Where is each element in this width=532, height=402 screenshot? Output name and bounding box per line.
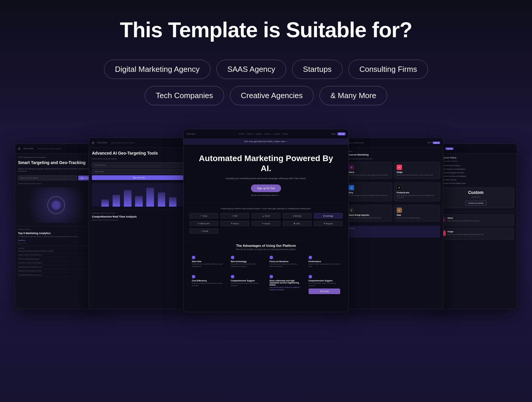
right-heading: -Powered Marketing xyxy=(346,153,440,156)
fr-feature-4: ✓ Advanced Security and Compliance xyxy=(438,174,514,178)
logo-vercel: ▲Vercel xyxy=(252,213,280,218)
logo-runway: →runway xyxy=(189,228,218,234)
center-enterprise-link[interactable]: Book an enterprise demo → xyxy=(195,194,337,197)
cl-s2-label: Comprehensive Real Time Analysis xyxy=(92,212,186,214)
blog-read-more[interactable]: Read More xyxy=(18,239,94,241)
logo-arc: ◐ARC xyxy=(283,221,312,226)
tag-digital-marketing[interactable]: Digital Marketing Agency xyxy=(104,60,210,79)
tag-many-more[interactable]: & Many More xyxy=(319,86,387,105)
page-wrapper: This Template is Suitable for? Digital M… xyxy=(0,0,532,402)
blog-item-3: Top Tools for Marketing Analytics xyxy=(18,257,94,261)
adv-save-time: Save time Streamline your marketing effo… xyxy=(189,253,226,270)
fr-custom-title: Custom xyxy=(440,190,511,195)
fr-int-hotjar: H Hotjar Report issue with Hotjar platfo… xyxy=(438,228,514,240)
tags-container: Digital Marketing Agency SAAS Agency Sta… xyxy=(0,60,532,105)
fr-contact-btn[interactable]: Contact us to pricing xyxy=(465,201,486,205)
fr-feature-1: ✓ All Business Plan Features xyxy=(438,164,514,167)
card-far-right: Sign In Sign up Enterprise Plans Custom … xyxy=(434,144,517,309)
tags-row-1: Digital Marketing Agency SAAS Agency Sta… xyxy=(104,60,428,79)
center-banner: Join now get discount 20% | Claim now → xyxy=(184,139,348,145)
int-slab: S Slab Build a culture of knowledge shar… xyxy=(394,205,440,222)
center-hero-sub: Simplify your marketing tools and boost … xyxy=(195,177,337,180)
fr-feature-2: ✓ Custom Solutions and Integrations xyxy=(438,167,514,171)
adv-support: Drive uniformity and high standards acro… xyxy=(267,273,304,296)
fr-custom-sub: Starting price xyxy=(440,196,511,198)
blog-item-6: Building a Strong Company Culture: xyxy=(18,269,94,273)
blog-item-5: Getting Started with Click Stack: A S... xyxy=(18,265,94,269)
logo-cashapp: $Cash App xyxy=(314,213,343,218)
fr-feature-6: ✓ Dedicated Technical Support Team xyxy=(438,181,514,185)
cl-sub: Smart tools for advanced targeting xyxy=(92,158,186,160)
blog-item-7: Troubleshooting Common Issues in I... xyxy=(18,273,94,277)
left-card-tag: Smart Targeting and Geo-Tracking xyxy=(18,156,94,158)
card-right: Features Company Pricing Sign In Sign up… xyxy=(343,138,443,309)
card-center-left: Click Stack Product Platform Solutions F… xyxy=(89,138,189,309)
try-it-now-btn[interactable]: Try it now xyxy=(309,288,340,294)
int-slack: S Slack Use Click Stack issues from Slac… xyxy=(346,162,392,179)
blog-date: August 23, 2024 xyxy=(18,242,94,244)
center-powering-text: Powering the world's best product teams.… xyxy=(189,207,343,210)
adv-try: Comprehensive Support Access dedicated s… xyxy=(306,273,343,296)
int-productlane: P ProductLane Public roadmap, call recor… xyxy=(394,182,440,201)
tag-startups[interactable]: Startups xyxy=(292,60,343,79)
tag-consulting-firms[interactable]: Consulting Firms xyxy=(348,60,428,79)
cl-s2-text: Advanced analysis features for real-time… xyxy=(92,219,186,221)
card-left: Click Stack Product Platform Solutions F… xyxy=(15,144,98,309)
center-hero-title: Automated Marketing Powered By AI. xyxy=(195,153,337,173)
screenshots-section: Click Stack Product Platform Solutions F… xyxy=(0,129,532,336)
adv-performance: Cost Efficiency Reduce marketing expense… xyxy=(189,273,226,296)
logo-descript: ddescript xyxy=(283,213,312,218)
left-card-sub: Optimize Your Marketing Campaigns with A… xyxy=(18,168,94,173)
fr-int-slack: S Slack Import Slack issues from Slack a… xyxy=(438,214,514,226)
logo-retool: ⚙Retool xyxy=(220,221,249,226)
left-card-heading: Smart Targeting and Geo-Tracking xyxy=(18,160,94,165)
fr-sub: Custom enterprise solutions xyxy=(438,160,514,162)
fr-heading: Enterprise Plans xyxy=(438,156,514,159)
tag-tech-companies[interactable]: Tech Companies xyxy=(145,86,224,105)
int-emoji: E Slack Emoji Importer Import emoji and … xyxy=(346,205,392,222)
cl-cta[interactable]: Sign up for free xyxy=(92,175,186,180)
logo-remote: ⟳remote xyxy=(252,221,280,226)
page-title: This Template is Suitable for? xyxy=(0,18,532,42)
tags-row-2: Tech Companies Creative Agencies & Many … xyxy=(145,86,387,105)
adv-cost: Comprehensive Support Access dedicated s… xyxy=(228,273,265,296)
left-email-input[interactable]: Enter your email address xyxy=(18,176,77,180)
tag-saas-agency[interactable]: SAAS Agency xyxy=(216,60,286,79)
logo-raycast: ⊕Raycast xyxy=(314,221,343,226)
logo-mercury: ◎MERCURY xyxy=(189,221,218,226)
card-center-main: Click Stack ProductPlatformSolutionsFeat… xyxy=(183,129,349,312)
cl-heading: Advanced AI Geo-Targeting Tools xyxy=(92,150,186,156)
left-link[interactable]: Start for free today or book a demo xyxy=(18,183,94,184)
more-blog-label: More Blog xyxy=(18,246,94,249)
cl-s2-heading: Comprehensive Real Time Analysis xyxy=(92,215,186,218)
int-divy: D Divy Get use feedback into issues coll… xyxy=(346,182,392,201)
advantages-sub: Here are the benefits you'll gain with o… xyxy=(189,248,343,250)
fr-feature-5: ✓ Personalized Training xyxy=(438,178,514,181)
blog-item-2: Industry Trends: How Click Stack is l... xyxy=(18,253,94,257)
blog-sub: Leveraging data to make smart choices fo… xyxy=(18,236,94,238)
adv-focus: Focus on Business Concentrate on growing… xyxy=(267,253,304,270)
blog-item-4: From Idea to Launch: Best Practices xyxy=(18,261,94,265)
fr-feature-3: ✓ Unlimited Campaigns and Users xyxy=(438,171,514,174)
advantages-title: The Advantages of Using Our Platform xyxy=(189,244,343,247)
adv-drive: Performance Achieve higher engagement an… xyxy=(306,253,343,270)
adv-new-tech: New technology Stay ahead of the competi… xyxy=(228,253,265,270)
logo-ramp: ↗ramp xyxy=(189,213,218,218)
center-signup-btn[interactable]: Sign up for free xyxy=(251,184,281,192)
int-hotjar: H Hotjar Report issue with Hotjar platfo… xyxy=(394,162,440,179)
blog-heading: Top 5 Marketing Analytics xyxy=(18,232,94,235)
logo-hex: ≡HEX xyxy=(220,213,249,218)
tag-creative-agencies[interactable]: Creative Agencies xyxy=(230,86,314,105)
blog-item-1: Building Connections: How the Click Driv… xyxy=(18,249,94,253)
blog-tag: Marketing Analytics xyxy=(18,228,94,230)
